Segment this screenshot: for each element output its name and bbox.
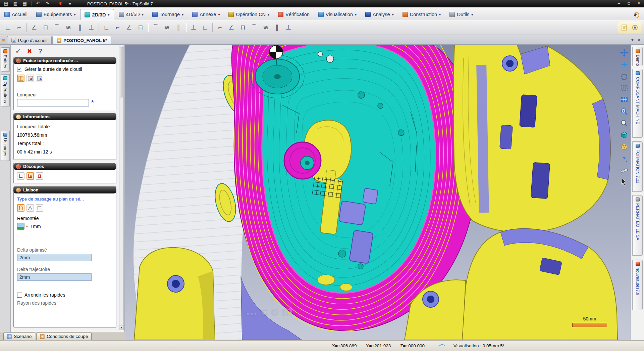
rail-tab-nouveautes[interactable]: nouveautés7.9 — [632, 260, 643, 310]
machining-op-icon[interactable]: ≋ — [260, 22, 271, 33]
tool-edit-icon[interactable] — [26, 75, 34, 82]
machining-op-icon[interactable]: ≋ — [162, 22, 172, 33]
tool-section-header[interactable]: Fraise torique renforcée ... — [13, 57, 116, 64]
pan-icon[interactable] — [620, 60, 629, 69]
screen-grid-icon[interactable] — [620, 95, 629, 104]
close-document-icon[interactable]: ✕ — [638, 38, 641, 42]
redo-icon[interactable]: ↷ — [43, 1, 51, 7]
3d-viewport[interactable]: …com 50mm ? — [125, 45, 631, 340]
ribbon-tab-4d5d[interactable]: 4D/5D▾ — [115, 9, 148, 20]
scrollbar-thumb[interactable] — [120, 47, 123, 97]
machining-op-icon[interactable]: ⊓ — [135, 22, 146, 33]
copy-icon[interactable]: ▥ — [11, 1, 19, 7]
ribbon-tab-analyse[interactable]: Analyse▾ — [361, 9, 398, 20]
delta-trajectoire-field[interactable]: 2mm — [17, 273, 92, 281]
machining-op-icon[interactable]: ⌒ — [150, 22, 161, 33]
minimize-button[interactable]: – — [614, 0, 624, 7]
rail-tab-pernat-emile[interactable]: PERNAT EMILE SA — [632, 195, 643, 256]
zoom-fit-icon[interactable] — [620, 83, 629, 93]
machining-op-icon[interactable]: ∠ — [226, 22, 237, 33]
pin-tabs-icon[interactable]: ▼ — [631, 38, 634, 42]
render-style-icon[interactable] — [620, 142, 629, 151]
tab-scenario[interactable]: Scénario — [3, 333, 35, 340]
ribbon-tab-construction[interactable]: Construction▾ — [398, 9, 445, 20]
panel-scrollbar[interactable]: ▼ — [119, 46, 124, 330]
passage-mode-icon[interactable] — [17, 204, 24, 212]
length-input[interactable] — [17, 99, 89, 106]
notes-icon[interactable] — [620, 23, 629, 32]
machining-op-icon[interactable]: ⊥ — [188, 22, 199, 33]
scroll-down-icon[interactable]: ▼ — [119, 325, 123, 330]
target-icon[interactable] — [630, 23, 640, 32]
ribbon-tab-accueil[interactable]: Accueil — [0, 9, 32, 20]
rail-tab-demo[interactable]: Demo — [632, 47, 643, 66]
machining-op-icon[interactable]: ∠ — [124, 22, 135, 33]
machining-op-icon[interactable]: ∠ — [29, 22, 40, 33]
chevron-down-icon[interactable]: ▾ — [26, 225, 28, 228]
ribbon-tab-visualisation[interactable]: Visualisation▾ — [314, 9, 361, 20]
machining-op-icon[interactable]: ⌒ — [249, 22, 260, 33]
passage-type-link[interactable]: Type de passage au plan de sé... — [17, 196, 113, 202]
menu-icon[interactable]: ≡ — [66, 1, 74, 7]
machining-op-icon[interactable]: ≋ — [63, 22, 74, 33]
cut-profile-icon[interactable] — [17, 172, 24, 180]
informations-header[interactable]: Informations — [13, 113, 116, 120]
passage-mode-icon[interactable] — [26, 204, 34, 212]
context-help-icon[interactable]: ? — [620, 154, 629, 163]
paste-icon[interactable]: ▤ — [2, 1, 10, 7]
machining-op-icon[interactable]: ⌐ — [215, 22, 225, 33]
rotate-view-icon[interactable] — [620, 72, 629, 81]
machining-op-icon[interactable]: ∟ — [101, 22, 112, 33]
help-icon[interactable]: ? — [38, 47, 42, 55]
ribbon-tab-outils[interactable]: Outils▾ — [445, 9, 477, 20]
save-icon[interactable]: ▦ — [21, 1, 29, 7]
ribbon-tab-annexe[interactable]: Annexe▾ — [188, 9, 224, 20]
close-button[interactable]: ✕ — [634, 0, 644, 7]
tab-conditions-de-coupe[interactable]: Conditions de coupe — [36, 333, 92, 340]
remontee-picker-icon[interactable] — [17, 223, 24, 230]
iso-view-cube-icon[interactable] — [620, 130, 629, 140]
cancel-icon[interactable]: ✖ — [27, 47, 32, 55]
delta-optimise-field[interactable]: 2mm — [17, 254, 92, 261]
machining-op-icon[interactable]: ⌐ — [14, 22, 24, 33]
undo-icon[interactable]: ↶ — [34, 1, 42, 7]
pointer-icon[interactable] — [631, 10, 641, 20]
machining-op-icon[interactable]: ⊥ — [86, 22, 97, 33]
tool-copy-icon[interactable] — [36, 75, 43, 82]
rail-tab-entites[interactable]: Entités — [1, 47, 10, 72]
cut-profile-icon[interactable] — [26, 172, 34, 180]
arrondir-rapides-checkbox[interactable]: Arrondir les rapides — [17, 292, 113, 298]
machining-op-icon[interactable]: ⌒ — [52, 22, 62, 33]
tools-icon[interactable]: ✱ — [56, 1, 64, 7]
nav-cross-icon[interactable] — [620, 48, 629, 57]
tool-life-checkbox[interactable]: ✓ Gérer la durée de vie d'outil — [17, 67, 113, 72]
maximize-button[interactable]: □ — [624, 0, 634, 7]
decoupes-header[interactable]: Découpes — [13, 163, 116, 170]
machining-op-icon[interactable]: ∥ — [173, 22, 184, 33]
ribbon-tab-tournage[interactable]: Tournage▾ — [148, 9, 188, 20]
ribbon-tab-equipements[interactable]: Équipements▾ — [32, 9, 80, 20]
doc-tab-postico-farol[interactable]: ✱ POSTIÇO_FAROL 5* — [52, 36, 111, 44]
zoom-window-icon[interactable] — [620, 107, 629, 116]
machining-op-icon[interactable]: ⌐ — [112, 22, 123, 33]
machining-op-icon[interactable]: ∥ — [74, 22, 85, 33]
ribbon-tab-2d3d[interactable]: 2D/3D▾ — [80, 9, 114, 20]
ribbon-tab-operation-cn[interactable]: Opération CN▾ — [224, 9, 273, 20]
machining-op-icon[interactable]: ⊓ — [40, 22, 51, 33]
measure-icon[interactable] — [620, 166, 629, 175]
rail-tab-usinages[interactable]: Usinages — [1, 131, 10, 161]
machining-op-icon[interactable]: ∟ — [2, 22, 13, 33]
doc-tab-home[interactable]: ⌂ Page d'accueil — [7, 36, 52, 44]
validate-icon[interactable]: ✔ — [15, 47, 21, 55]
machining-op-icon[interactable]: ∥ — [272, 22, 282, 33]
machining-op-icon[interactable]: ⊓ — [237, 22, 248, 33]
select-cursor-icon[interactable] — [620, 177, 629, 187]
rail-tab-composant-machine[interactable]: COMPOSANT MACHINE — [632, 69, 643, 138]
machining-op-icon[interactable]: ∟ — [200, 22, 210, 33]
rail-tab-operations[interactable]: Opérations — [1, 74, 10, 106]
ribbon-tab-verification[interactable]: Vérification — [274, 9, 314, 20]
document-stack-icon[interactable]: ≡ — [2, 37, 5, 43]
passage-mode-icon[interactable] — [36, 204, 43, 212]
machining-op-icon[interactable]: ⊥ — [283, 22, 294, 33]
liaison-header[interactable]: Liaison — [13, 186, 116, 193]
